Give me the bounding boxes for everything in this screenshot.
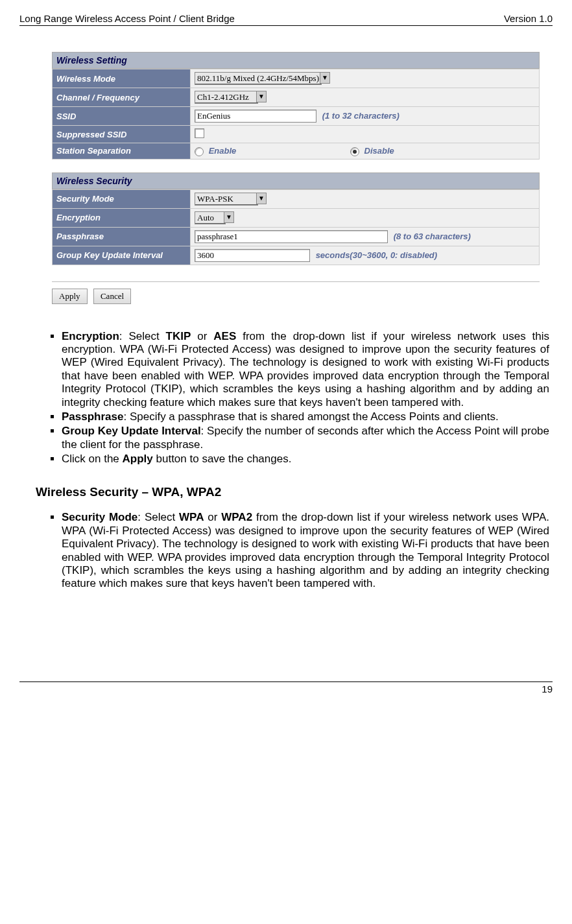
wireless-mode-select[interactable]: 802.11b/g Mixed (2.4GHz/54Mbps) xyxy=(195,72,322,85)
bullet-security-mode: Security Mode: Select WPA or WPA2 from t… xyxy=(62,511,549,590)
apply-button[interactable]: Apply xyxy=(52,289,88,304)
bullet-passphrase: Passphrase: Specify a passphrase that is… xyxy=(62,410,549,423)
ssid-input[interactable]: EnGenius xyxy=(195,110,316,123)
security-mode-select[interactable]: WPA-PSK xyxy=(195,193,258,206)
station-sep-enable-label: Enable xyxy=(209,146,237,156)
passphrase-label: Passphrase xyxy=(53,227,191,246)
encryption-label: Encryption xyxy=(53,208,191,227)
encryption-select[interactable]: Auto xyxy=(195,211,226,224)
bullet-apply: Click on the Apply button to save the ch… xyxy=(62,453,549,466)
wireless-setting-title: Wireless Setting xyxy=(52,52,540,69)
header-right: Version 1.0 xyxy=(504,13,553,24)
station-sep-enable-radio[interactable] xyxy=(195,147,204,156)
group-key-input[interactable]: 3600 xyxy=(195,249,310,262)
cancel-button[interactable]: Cancel xyxy=(93,289,131,304)
bullet-group-key: Group Key Update Interval: Specify the n… xyxy=(62,425,549,451)
header-left: Long Range Wireless Access Point / Clien… xyxy=(19,13,235,24)
passphrase-input[interactable]: passphrase1 xyxy=(195,230,388,243)
channel-label: Channel / Frequency xyxy=(53,88,191,107)
bullet-encryption: Encryption: Select TKIP or AES from the … xyxy=(62,330,549,409)
ssid-label: SSID xyxy=(53,107,191,126)
channel-select[interactable]: Ch1-2.412GHz xyxy=(195,91,258,104)
group-key-label: Group Key Update Interval xyxy=(53,246,191,265)
page-number: 19 xyxy=(542,683,553,694)
body-text: Encryption: Select TKIP or AES from the … xyxy=(23,330,549,591)
dropdown-icon[interactable]: ▼ xyxy=(224,211,234,223)
wireless-setting-table: Wireless Mode 802.11b/g Mixed (2.4GHz/54… xyxy=(52,69,540,160)
wireless-setting-section: Wireless Setting Wireless Mode 802.11b/g… xyxy=(52,52,540,304)
station-sep-label: Station Separation xyxy=(53,143,191,160)
station-sep-disable-label: Disable xyxy=(364,146,394,156)
dropdown-icon[interactable]: ▼ xyxy=(320,72,330,84)
station-sep-disable-radio[interactable] xyxy=(350,147,359,156)
dropdown-icon[interactable]: ▼ xyxy=(256,91,267,102)
dropdown-icon[interactable]: ▼ xyxy=(256,193,267,204)
wireless-security-table: Security Mode WPA-PSK▼ Encryption Auto▼ … xyxy=(52,189,540,265)
page-footer: 19 xyxy=(19,681,553,694)
suppressed-ssid-checkbox[interactable] xyxy=(195,128,204,138)
ssid-hint: (1 to 32 characters) xyxy=(322,111,399,121)
page-header: Long Range Wireless Access Point / Clien… xyxy=(19,13,553,26)
wireless-security-title: Wireless Security xyxy=(52,172,540,189)
security-mode-label: Security Mode xyxy=(53,189,191,208)
suppressed-ssid-label: Suppressed SSID xyxy=(53,126,191,143)
passphrase-hint: (8 to 63 characters) xyxy=(394,231,471,241)
heading-wpa-wpa2: Wireless Security – WPA, WPA2 xyxy=(36,485,549,499)
divider xyxy=(52,281,540,282)
group-key-hint: seconds(30~3600, 0: disabled) xyxy=(316,250,438,260)
wireless-mode-label: Wireless Mode xyxy=(53,69,191,88)
